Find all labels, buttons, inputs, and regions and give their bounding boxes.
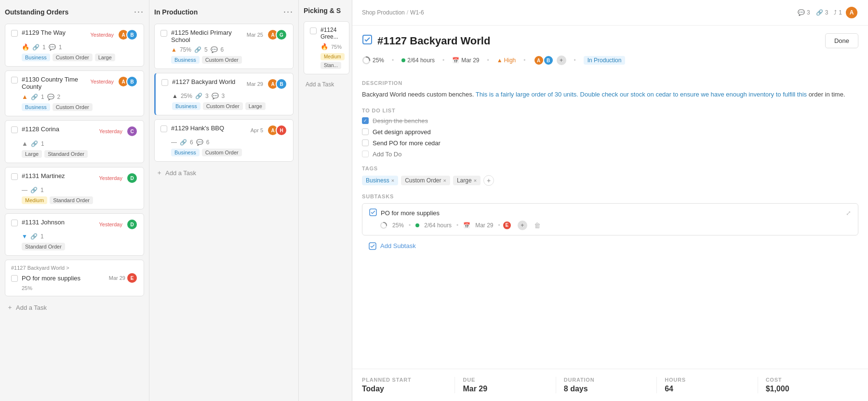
subtask-parent: #1127 Backyard World >	[11, 265, 138, 271]
task-checkbox[interactable]	[11, 77, 18, 83]
todo-checkbox-checked-1[interactable]: ✓	[362, 117, 369, 124]
link-count-group: 🔗 3	[816, 9, 828, 16]
add-task-button-col3[interactable]: Add a Task	[304, 78, 349, 91]
divider: •	[523, 57, 525, 64]
task-card-1131-johnson[interactable]: #1131 Johnson Yesterday D ▼ 🔗 1 Standard…	[5, 213, 144, 256]
todo-checkbox-3[interactable]	[362, 139, 369, 146]
subtask-add-assignee[interactable]: +	[518, 221, 527, 230]
column-title-2: In Production	[154, 8, 198, 16]
task-meta: ▲ 🔗 1	[22, 140, 138, 147]
tag-custom[interactable]: Custom Order	[202, 149, 242, 156]
task-title: #1129 The Way	[22, 29, 66, 36]
task-card-1124[interactable]: #1124 Gree... 🔥 75% Medium Stan...	[304, 21, 349, 74]
tag-large[interactable]: Large	[22, 150, 42, 158]
add-task-button-col1[interactable]: ＋ Add a Task	[5, 300, 144, 315]
tags-label: TAGS	[362, 166, 858, 171]
task-card-1127[interactable]: #1127 Backyard World Mar 29 A B ▲ 25% 🔗 …	[154, 73, 294, 115]
tag-remove-large[interactable]: ×	[474, 178, 477, 183]
task-checkbox[interactable]	[11, 30, 18, 37]
add-task-button-col2[interactable]: ＋ Add a Task	[154, 166, 294, 180]
task-card-1131-martinez[interactable]: #1131 Martinez Yesterday D — 🔗 1 Medium …	[5, 167, 144, 209]
add-subtask-row[interactable]: Add Subtask	[362, 239, 858, 253]
share-count-group: ⤴ 1	[834, 9, 842, 16]
task-tags-2: Stan...	[320, 62, 347, 69]
task-card-1129-bbq[interactable]: #1129 Hank's BBQ Apr 5 A H — 🔗 6 💬 6 Bu	[154, 119, 294, 162]
task-checkbox[interactable]	[11, 220, 18, 226]
comment-icon: 💬	[49, 44, 56, 51]
tag-standard[interactable]: Stan...	[320, 62, 341, 69]
hours-dot	[401, 58, 405, 62]
todo-checkbox-2[interactable]	[362, 128, 369, 135]
tag-custom[interactable]: Custom Order	[203, 102, 243, 110]
task-checkbox[interactable]	[160, 125, 167, 132]
calendar-icon: 📅	[463, 222, 470, 229]
tag-remove-custom[interactable]: ×	[443, 178, 446, 183]
tag-standard[interactable]: Standard Order	[44, 150, 88, 158]
column-menu-1[interactable]: ···	[134, 7, 144, 17]
delete-icon[interactable]: 🗑	[534, 221, 541, 229]
task-checkbox[interactable]	[11, 173, 18, 180]
task-card-1128[interactable]: #1128 Corina Yesterday C ▲ 🔗 1 Large Sta…	[5, 120, 144, 163]
tag-remove-business[interactable]: ×	[391, 178, 394, 183]
priority-up-icon: ▲	[171, 46, 177, 53]
tag-label: Business	[366, 177, 389, 184]
breadcrumb-shop[interactable]: Shop Production	[362, 9, 405, 16]
tag-medium[interactable]: Medium	[22, 196, 47, 204]
task-checkbox[interactable]	[160, 30, 167, 37]
task-card-1125[interactable]: #1125 Medici Primary School Mar 25 A G ▲…	[154, 24, 294, 69]
avatar-group: C	[126, 125, 138, 137]
task-tags: Business Custom Order	[171, 149, 287, 156]
tag-medium[interactable]: Medium	[320, 53, 345, 60]
task-checkbox[interactable]	[11, 126, 18, 133]
tag-custom[interactable]: Custom Order	[53, 54, 93, 61]
subtask-card-po[interactable]: #1127 Backyard World > PO for more suppl…	[5, 260, 144, 296]
breadcrumb-week[interactable]: W1-6	[410, 9, 424, 16]
due-val: Mar 29	[463, 385, 548, 393]
done-button[interactable]: Done	[825, 33, 858, 48]
column-menu-2[interactable]: ···	[283, 7, 294, 17]
task-card-1130[interactable]: #1130 Country Time County Yesterday A B …	[5, 70, 144, 116]
tag-custom[interactable]: Custom Order	[53, 103, 93, 111]
tag-standard[interactable]: Standard Order	[50, 196, 93, 204]
tag-large[interactable]: Large	[245, 102, 266, 110]
status-badge[interactable]: In Production	[584, 56, 626, 65]
comment-icon: 💬	[196, 139, 203, 146]
task-checkbox[interactable]	[11, 275, 18, 282]
tag-standard[interactable]: Standard Order	[22, 243, 65, 250]
tag-custom[interactable]: Custom Order	[202, 56, 242, 64]
tag-business[interactable]: Business	[171, 56, 200, 64]
subtask-item-po[interactable]: PO for more supplies ⤢ 25% • 2/64 hours …	[362, 203, 858, 235]
tag-item-business[interactable]: Business ×	[362, 176, 398, 185]
task-meta: ▲ 25% 🔗 3 💬 3	[172, 93, 287, 99]
share-count-val: 1	[839, 9, 842, 16]
task-date: Yesterday	[99, 221, 122, 227]
task-checkbox[interactable]	[310, 28, 317, 34]
expand-icon[interactable]: ⤢	[846, 209, 851, 217]
tag-item-custom[interactable]: Custom Order ×	[401, 176, 450, 185]
subtask-meta-row: 25% • 2/64 hours • 📅 Mar 29 • E + 🗑	[369, 221, 851, 230]
todo-input[interactable]	[373, 151, 469, 158]
tag-business[interactable]: Business	[22, 54, 50, 61]
task-tags: Medium Standard Order	[22, 196, 138, 204]
link-icon: 🔗	[31, 140, 38, 147]
add-assignee-button[interactable]: +	[557, 55, 566, 65]
comment-count-val: 3	[807, 9, 810, 16]
task-card-1129-way[interactable]: #1129 The Way Yesterday A B 🔥 🔗 1 💬 1	[5, 24, 144, 67]
task-tags: Large Standard Order	[22, 150, 138, 158]
task-meta: — 🔗 6 💬 6	[171, 139, 287, 146]
breadcrumb: Shop Production / W1-6	[362, 9, 424, 16]
priority-minus-icon: —	[22, 187, 27, 194]
add-tag-button[interactable]: +	[483, 175, 494, 186]
tag-large[interactable]: Large	[95, 54, 115, 61]
meta-hours-val: 2/64 hours	[407, 57, 435, 64]
tag-business[interactable]: Business	[171, 149, 200, 156]
tag-item-large[interactable]: Large ×	[453, 176, 481, 185]
todo-checkbox-new[interactable]	[362, 151, 369, 157]
column-header-1: Outstanding Orders ···	[5, 5, 144, 19]
progress-text: 75%	[180, 46, 191, 53]
tag-business[interactable]: Business	[172, 102, 200, 110]
task-checkbox[interactable]	[161, 79, 168, 86]
duration-label: DURATION	[564, 377, 649, 383]
tag-business[interactable]: Business	[22, 103, 50, 111]
stat-hours: HOURS 64	[657, 377, 758, 393]
